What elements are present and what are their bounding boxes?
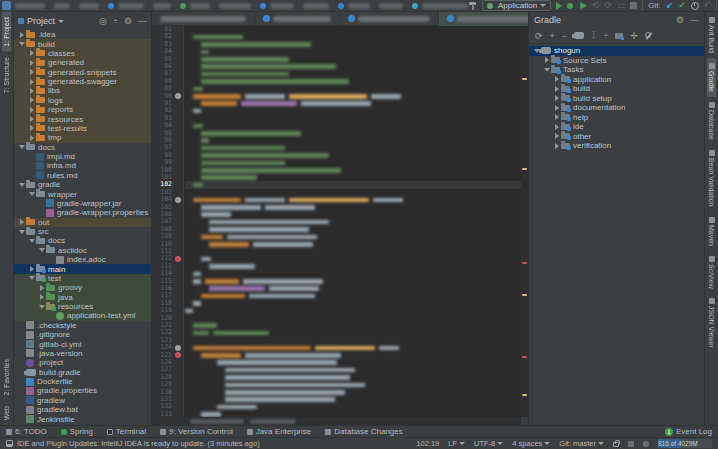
project-tree-row[interactable]: gradle xyxy=(14,180,151,189)
update-project-button[interactable]: ↙ xyxy=(666,1,674,10)
bottom-tab-java-enterprise[interactable]: Java Enterprise xyxy=(247,427,312,436)
encoding-select[interactable]: UTF-8 xyxy=(474,439,503,448)
project-tree-row[interactable]: main xyxy=(14,264,151,273)
project-tree-row[interactable]: resources xyxy=(14,302,151,311)
collapsed-arrow-icon[interactable] xyxy=(28,266,35,272)
gradle-tree-row[interactable]: build xyxy=(529,84,704,94)
project-tree-row[interactable]: asciidoc xyxy=(14,246,151,255)
tool-tab-7-structure[interactable]: 7: Structure xyxy=(2,52,11,98)
code-editor[interactable]: 8182838485868788899091929394959697989910… xyxy=(152,26,521,417)
event-log-button[interactable]: 1 Event Log xyxy=(665,427,712,436)
project-view-chevron-icon[interactable] xyxy=(58,20,64,23)
project-tree-row[interactable]: rules.md xyxy=(14,171,151,180)
menu-item-redacted[interactable] xyxy=(153,3,171,9)
collapsed-arrow-icon[interactable] xyxy=(28,97,35,103)
gradle-tree-row[interactable]: verification xyxy=(529,141,704,151)
menu-item-redacted[interactable] xyxy=(303,3,329,9)
collapsed-arrow-icon[interactable] xyxy=(28,135,35,141)
menu-item-redacted[interactable] xyxy=(79,3,99,9)
project-tree-row[interactable]: groovy xyxy=(14,283,151,292)
gradle-tree-row[interactable]: Source Sets xyxy=(529,56,704,66)
coverage-button[interactable]: ▶ xyxy=(580,1,587,10)
notifications-icon[interactable] xyxy=(628,441,634,447)
stripe-mark[interactable] xyxy=(522,356,527,358)
locate-file-icon[interactable]: ◎ xyxy=(99,16,107,26)
toggle-sources-icon[interactable] xyxy=(615,33,623,39)
expand-all-icon[interactable]: ⌶ xyxy=(591,30,596,41)
stripe-mark[interactable] xyxy=(522,394,527,396)
git-branch-select[interactable]: Git: master xyxy=(559,439,604,448)
collapsed-arrow-icon[interactable] xyxy=(553,114,560,120)
collapsed-arrow-icon[interactable] xyxy=(553,105,560,111)
menu-item-redacted[interactable] xyxy=(412,3,468,9)
project-tree-row[interactable]: .project xyxy=(14,358,151,367)
editor-tab-selected[interactable] xyxy=(439,12,542,26)
indent-select[interactable]: 4 spaces xyxy=(512,439,550,448)
stripe-mark[interactable] xyxy=(522,262,527,264)
menu-item-redacted[interactable] xyxy=(15,3,45,9)
commit-button[interactable]: ✓ xyxy=(678,1,686,10)
project-tree-row[interactable]: gradlew.bat xyxy=(14,405,151,414)
project-tree-row[interactable]: src xyxy=(14,227,151,236)
editor-tab[interactable] xyxy=(340,12,439,26)
project-tree-row[interactable]: .gitignore xyxy=(14,330,151,339)
collapsed-arrow-icon[interactable] xyxy=(553,133,560,139)
project-tree-row[interactable]: Jenkinsfile xyxy=(14,414,151,423)
gradle-settings-icon[interactable] xyxy=(645,32,653,40)
tool-tab-web[interactable]: Web xyxy=(2,401,11,425)
collapsed-arrow-icon[interactable] xyxy=(38,285,45,291)
project-tree-row[interactable]: classes xyxy=(14,49,151,58)
gradle-tree-row[interactable]: build setup xyxy=(529,94,704,104)
tool-tab-ant-build[interactable]: Ant Build xyxy=(707,12,716,58)
run-configuration-select[interactable]: Application xyxy=(482,0,551,11)
debug-button[interactable] xyxy=(567,3,573,9)
expanded-arrow-icon[interactable] xyxy=(28,239,35,243)
collapse-all-icon[interactable]: ÷ xyxy=(113,16,118,26)
gradle-tree-row[interactable]: application xyxy=(529,75,704,85)
collapsed-arrow-icon[interactable] xyxy=(543,57,550,63)
gear-icon[interactable]: ⚙ xyxy=(676,15,684,25)
breadcrumb[interactable] xyxy=(250,419,296,424)
method-marker-icon[interactable] xyxy=(175,93,181,99)
project-tree-row[interactable]: docs xyxy=(14,143,151,152)
menu-item-redacted[interactable] xyxy=(54,3,70,9)
tool-tab-maven[interactable]: Maven xyxy=(707,212,716,251)
collapsed-arrow-icon[interactable] xyxy=(18,219,25,225)
menu-item-redacted[interactable] xyxy=(338,3,370,9)
expanded-arrow-icon[interactable] xyxy=(18,230,25,234)
execute-task-icon[interactable] xyxy=(574,32,584,39)
line-ending-select[interactable]: LF xyxy=(448,439,465,448)
project-tree-row[interactable]: libs xyxy=(14,86,151,95)
expanded-arrow-icon[interactable] xyxy=(28,192,35,196)
project-tree-row[interactable]: logs xyxy=(14,96,151,105)
project-tree-row[interactable]: gradle-wrapper.jar xyxy=(14,199,151,208)
project-tree-row[interactable]: reports xyxy=(14,105,151,114)
collapsed-arrow-icon[interactable] xyxy=(28,50,35,56)
breadcrumb[interactable] xyxy=(190,419,244,424)
menu-item-redacted[interactable] xyxy=(260,3,294,9)
status-message[interactable]: IDE and Plugin Updates: IntelliJ IDEA is… xyxy=(17,439,260,448)
editor-tab[interactable] xyxy=(255,12,340,26)
gradle-tree-row[interactable]: help xyxy=(529,113,704,123)
collapsed-arrow-icon[interactable] xyxy=(28,69,35,75)
tool-tab-1-project[interactable]: 1: Project xyxy=(2,12,11,52)
expanded-arrow-icon[interactable] xyxy=(38,305,45,309)
collapsed-arrow-icon[interactable] xyxy=(553,124,560,130)
project-tree-row[interactable]: java xyxy=(14,293,151,302)
stripe-mark[interactable] xyxy=(522,294,527,296)
bottom-tab-9-version-control[interactable]: 9: Version Control xyxy=(160,427,233,436)
project-tree-row[interactable]: gradlew xyxy=(14,396,151,405)
hide-panel-icon[interactable]: — xyxy=(690,15,699,25)
menu-item-redacted[interactable] xyxy=(108,3,144,9)
project-tree-row[interactable]: gradle-wrapper.properties xyxy=(14,208,151,217)
collapsed-arrow-icon[interactable] xyxy=(38,294,45,300)
bottom-tab-6-todo[interactable]: 6: TODO xyxy=(6,427,47,436)
project-tree-row[interactable]: .gitlab-ci.yml xyxy=(14,339,151,348)
project-tree-row[interactable]: out xyxy=(14,218,151,227)
stripe-mark[interactable] xyxy=(522,168,527,170)
expanded-arrow-icon[interactable] xyxy=(543,68,550,72)
editor-tab[interactable] xyxy=(152,12,255,26)
hide-panel-icon[interactable]: — xyxy=(138,16,147,26)
expanded-arrow-icon[interactable] xyxy=(18,145,25,149)
expanded-arrow-icon[interactable] xyxy=(28,276,35,280)
